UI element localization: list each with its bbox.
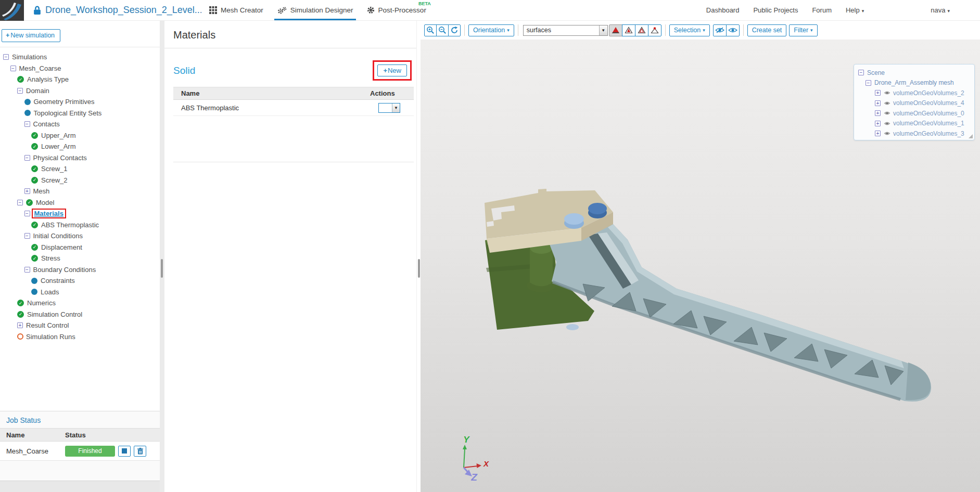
tree-item-abs-thermoplastic[interactable]: ✓ABS Thermoplastic <box>0 219 160 231</box>
collapse-icon[interactable]: − <box>24 267 30 273</box>
expand-icon[interactable]: + <box>875 90 881 96</box>
tab-mesh-creator[interactable]: Mesh Creator <box>202 0 270 20</box>
render-filter-select[interactable]: surfaces ▼ <box>523 25 608 36</box>
tree-label: Loads <box>41 288 59 296</box>
tree-item-topological-entity-sets[interactable]: Topological Entity Sets <box>0 108 160 119</box>
project-title[interactable]: Drone_Workshop_Session_2_Level... <box>45 5 201 16</box>
tree-item-loads[interactable]: Loads <box>0 287 160 298</box>
tree-item-mesh-coarse[interactable]: −Mesh_Coarse <box>0 63 160 74</box>
tree-item-result-control[interactable]: +Result Control <box>0 320 160 331</box>
scene-root[interactable]: − Scene <box>854 68 974 78</box>
tree-item-stress[interactable]: ✓Stress <box>0 253 160 264</box>
actions-dropdown[interactable]: ▼ <box>378 103 400 113</box>
tree-item-contacts[interactable]: −Contacts <box>0 119 160 130</box>
collapse-icon[interactable]: − <box>17 88 23 94</box>
eye-icon[interactable] <box>884 111 890 115</box>
tree-item-numerics[interactable]: ✓Numerics <box>0 297 160 309</box>
expand-icon[interactable]: + <box>875 121 881 126</box>
collapse-icon[interactable]: − <box>24 211 30 216</box>
resize-handle[interactable] <box>969 134 973 138</box>
new-material-button[interactable]: + New <box>377 64 407 76</box>
left-splitter[interactable] <box>160 21 164 492</box>
splitter-handle[interactable] <box>161 259 163 278</box>
collapse-icon[interactable]: − <box>24 155 30 161</box>
orientation-dropdown[interactable]: Orientation▾ <box>468 24 514 36</box>
tree-item-simulation-control[interactable]: ✓Simulation Control <box>0 309 160 320</box>
nav-dashboard[interactable]: Dashboard <box>706 6 740 14</box>
collapse-icon[interactable]: − <box>24 233 30 239</box>
beta-badge: BETA <box>418 1 431 6</box>
scene-volume-volumeongeovolumes-4[interactable]: +volumeOnGeoVolumes_4 <box>854 98 974 109</box>
app-logo-icon[interactable] <box>0 0 24 21</box>
tree-item-geometry-primitives[interactable]: Geometry Primitives <box>0 96 160 108</box>
tree-item-domain[interactable]: −Domain <box>0 85 160 97</box>
tree-item-mesh[interactable]: +Mesh <box>0 186 160 197</box>
collapse-icon[interactable]: − <box>858 70 864 75</box>
tree-item-screw-1[interactable]: ✓Screw_1 <box>0 163 160 175</box>
nav-public-projects[interactable]: Public Projects <box>753 6 798 14</box>
collapse-icon[interactable]: − <box>24 121 30 127</box>
expand-icon[interactable]: + <box>17 322 23 328</box>
expand-icon[interactable]: + <box>875 100 881 106</box>
collapse-icon[interactable]: − <box>17 200 23 205</box>
eye-icon[interactable] <box>884 131 890 136</box>
expand-icon[interactable]: + <box>24 188 30 194</box>
scene-volume-volumeongeovolumes-0[interactable]: +volumeOnGeoVolumes_0 <box>854 108 974 119</box>
nav-forum[interactable]: Forum <box>812 6 832 14</box>
tree-item-boundary-conditions[interactable]: −Boundary Conditions <box>0 264 160 276</box>
eye-icon[interactable] <box>884 101 890 106</box>
check-icon: ✓ <box>17 76 24 83</box>
collapse-icon[interactable]: − <box>10 66 16 71</box>
tree-label: Stress <box>41 254 60 262</box>
render-mode-wireframe-button[interactable] <box>635 24 648 36</box>
zoom-in-button[interactable] <box>424 24 437 36</box>
tab-post-processor[interactable]: BETA Post-Processor <box>360 0 433 20</box>
right-splitter[interactable] <box>416 21 421 492</box>
scene-mesh[interactable]: − Drone_Arm_Assembly mesh <box>854 78 974 88</box>
tree-item-physical-contacts[interactable]: −Physical Contacts <box>0 152 160 164</box>
tree-item-initial-conditions[interactable]: −Initial Conditions <box>0 230 160 242</box>
eye-icon[interactable] <box>884 90 890 95</box>
new-simulation-button[interactable]: + New simulation <box>2 29 60 42</box>
scene-volume-volumeongeovolumes-3[interactable]: +volumeOnGeoVolumes_3 <box>854 128 974 139</box>
delete-job-button[interactable] <box>134 446 146 457</box>
expand-icon[interactable]: + <box>875 131 881 136</box>
tree-item-upper-arm[interactable]: ✓Upper_Arm <box>0 130 160 141</box>
material-row[interactable]: ABS Thermoplastic ▼ <box>173 100 414 116</box>
scene-volume-volumeongeovolumes-1[interactable]: +volumeOnGeoVolumes_1 <box>854 119 974 129</box>
splitter-handle[interactable] <box>418 259 420 278</box>
render-mode-solid-button[interactable] <box>609 24 622 36</box>
hide-selection-button[interactable] <box>713 24 727 36</box>
tree-item-materials[interactable]: −Materials <box>0 208 160 219</box>
tree-item-analysis-type[interactable]: ✓Analysis Type <box>0 74 160 85</box>
tree-item-simulation-runs[interactable]: Simulation Runs <box>0 331 160 343</box>
render-mode-points-button[interactable] <box>648 24 661 36</box>
tab-simulation-designer[interactable]: Simulation Designer <box>270 0 360 20</box>
eye-icon[interactable] <box>884 121 890 126</box>
tab-label: Post-Processor <box>378 6 426 14</box>
tree-item-simulations[interactable]: −Simulations <box>0 51 160 63</box>
tree-item-lower-arm[interactable]: ✓Lower_Arm <box>0 141 160 152</box>
stop-job-button[interactable] <box>118 446 131 457</box>
tree-item-screw-2[interactable]: ✓Screw_2 <box>0 175 160 186</box>
filter-dropdown[interactable]: Filter▾ <box>789 24 817 36</box>
tree-label: Screw_2 <box>41 176 68 184</box>
collapse-icon[interactable]: − <box>3 54 9 60</box>
create-set-button[interactable]: Create set <box>747 24 787 36</box>
tree-item-model[interactable]: −✓Model <box>0 197 160 209</box>
selection-dropdown[interactable]: Selection▾ <box>669 24 710 36</box>
user-menu[interactable]: nava▾ <box>931 6 950 14</box>
zoom-out-button[interactable] <box>436 24 449 36</box>
render-mode-fill-button[interactable] <box>622 24 635 36</box>
collapse-icon[interactable]: − <box>866 80 871 86</box>
tree-item-constraints[interactable]: Constraints <box>0 275 160 287</box>
volume-label: volumeOnGeoVolumes_1 <box>893 120 964 127</box>
show-selection-button[interactable] <box>726 24 740 36</box>
scene-volume-volumeongeovolumes-2[interactable]: +volumeOnGeoVolumes_2 <box>854 88 974 98</box>
nav-help[interactable]: Help▾ <box>846 6 864 14</box>
tree-item-displacement[interactable]: ✓Displacement <box>0 242 160 253</box>
separator <box>665 24 666 36</box>
viewport-canvas[interactable]: Y X Z − Scene − Drone_Arm_Assembly mes <box>421 40 980 492</box>
expand-icon[interactable]: + <box>875 110 881 116</box>
refresh-view-button[interactable] <box>448 24 461 36</box>
